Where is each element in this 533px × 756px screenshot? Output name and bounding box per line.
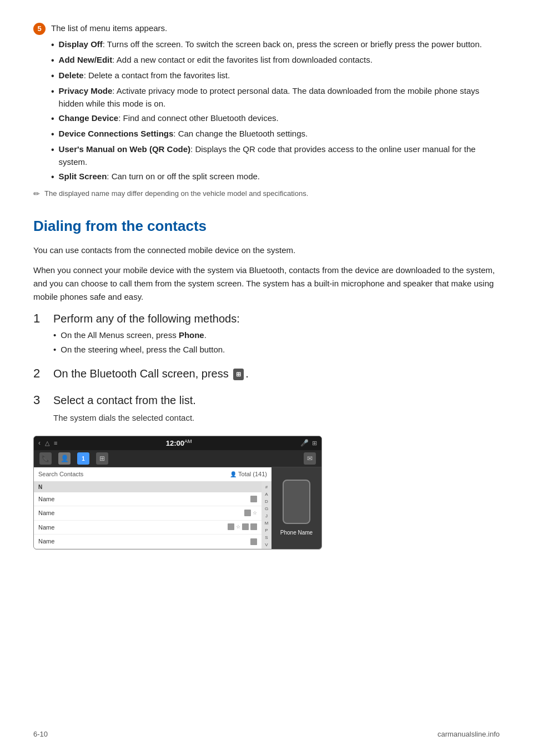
message-icon[interactable]: ✉ [304,452,316,465]
sub-list-item: On the All Menus screen, press Phone. [53,329,500,342]
step-1-sub-list: On the All Menus screen, press Phone. On… [53,329,500,356]
section-letter: N [34,482,262,492]
step-1-content: Perform any of the following methods: On… [53,310,500,357]
item-desc: : Can turn on or off the split screen mo… [107,172,260,181]
step-2-number: 2 [33,365,49,382]
contact-icon-2 [250,523,257,530]
sub-item-text: On the All Menus screen, press Phone. [61,329,207,342]
contact-name: Name [38,508,241,518]
menu-items-list: Display Off: Turns off the screen. To sw… [51,38,500,184]
contact-icons [250,538,257,545]
bluetooth-icon: ⊞ [312,439,317,448]
mic-icon: 🎤 [300,438,309,448]
contact-name: Name [38,523,224,532]
list-item: Privacy Mode: Activate privacy mode to p… [51,85,500,110]
section-title: Dialing from the contacts [33,215,500,237]
step-3-desc: The system dials the selected contact. [53,412,500,425]
step-1-title: Perform any of the following methods: [53,310,500,327]
item-label: Privacy Mode [59,86,113,95]
phone-panel: Phone Name [271,467,321,549]
list-item: User's Manual on Web (QR Code): Displays… [51,143,500,168]
item-desc: : Delete a contact from the favorites li… [84,70,230,80]
back-icon: ‹ [38,438,41,448]
contact-row[interactable]: Name ☆ [34,521,262,535]
website-url: carmanualsline.info [438,729,500,740]
list-item: Change Device: Find and connect other Bl… [51,112,500,125]
item-desc: : Add a new contact or edit the favorite… [112,55,373,64]
list-item: Split Screen: Can turn on or off the spl… [51,170,500,184]
contact-icons: ☆ [244,510,257,517]
item-label: Split Screen [59,172,107,181]
phone-icon[interactable]: 📞 [39,452,52,465]
search-bar[interactable]: Search Contacts 👤 Total (141) [34,467,271,482]
phone-graphic [283,480,310,524]
note-content: The displayed name may differ depending … [44,188,308,199]
page-number: 6-10 [33,729,48,740]
contact-name: Name [38,495,247,504]
step-3: 3 Select a contact from the list. The sy… [33,392,500,425]
status-right: 🎤 ⊞ [300,438,317,448]
screen-toolbar[interactable]: 📞 👤 1 ⊞ ✉ [34,450,321,467]
step-2: 2 On the Bluetooth Call screen, press ⊞. [33,365,500,384]
sub-list-item: On the steering wheel, press the Call bu… [53,344,500,356]
steps-list: 1 Perform any of the following methods: … [33,310,500,425]
item-label: Change Device [59,113,119,123]
star-icon-2: ☆ [236,523,240,531]
step-3-number: 3 [33,392,49,409]
pencil-icon: ✏ [33,188,40,200]
step-2-text-before: On the Bluetooth Call screen, press [53,367,232,380]
item-label: Display Off [59,39,103,49]
total-count: 👤 Total (141) [230,470,267,479]
search-label: Search Contacts [38,470,83,479]
status-left: ‹ △ ≡ [38,438,57,448]
step-text: The list of menu items appears. [51,22,167,35]
intro-paragraph-1: You can use contacts from the connected … [33,244,500,257]
home-icon: △ [45,439,49,448]
step-3-title: Select a contact from the list. [53,392,500,409]
contact-list-wrapper: N Name Name ☆ [34,482,271,549]
step-2-title: On the Bluetooth Call screen, press ⊞. [53,365,500,382]
page-footer: 6-10 carmanualsline.info [33,729,500,740]
item-desc: : Can change the Bluetooth settings. [173,129,308,138]
screen-mockup: ‹ △ ≡ 12:00AM 🎤 ⊞ 📞 👤 1 ⊞ ✉ Search Conta… [33,436,322,550]
screen-body: Search Contacts 👤 Total (141) N Name [34,467,321,549]
contact-icon [250,538,257,545]
share-icon [242,523,249,530]
keypad-icon[interactable]: ⊞ [96,452,108,465]
item-desc: : Activate privacy mode to protect perso… [59,86,480,108]
contact-icon [244,510,251,516]
contact-row[interactable]: Name ☆ [34,506,262,521]
item-desc: : Find and connect other Bluetooth devic… [118,113,279,123]
alpha-index: # A D G J M P S V [262,482,271,549]
contact-row[interactable]: Name [34,535,262,549]
list-item: Delete: Delete a contact from the favori… [51,69,500,83]
list-item: Display Off: Turns off the screen. To sw… [51,38,500,52]
contacts-icon[interactable]: 👤 [58,452,71,465]
step-1: 1 Perform any of the following methods: … [33,310,500,357]
contact-list: N Name Name ☆ [34,482,262,549]
step-number: 5 [33,23,46,35]
status-time: 12:00AM [166,438,192,449]
contact-icon [250,496,257,502]
sub-item-text: On the steering wheel, press the Call bu… [61,344,225,356]
step-2-text-after: . [245,367,249,380]
item-label: Add New/Edit [59,55,113,64]
status-bar: ‹ △ ≡ 12:00AM 🎤 ⊞ [34,436,321,451]
item-label: Device Connections Settings [59,129,174,138]
note-text: ✏ The displayed name may differ dependin… [33,188,500,200]
step-2-content: On the Bluetooth Call screen, press ⊞. [53,365,500,384]
contact-row[interactable]: Name [34,492,262,507]
intro-step: 5 The list of menu items appears. [33,22,500,35]
menu-icon: ≡ [54,439,57,448]
contacts-panel: Search Contacts 👤 Total (141) N Name [34,467,271,549]
item-label: Delete [59,70,84,80]
step-1-number: 1 [33,310,49,327]
list-item: Device Connections Settings: Can change … [51,128,500,141]
active-tab-icon[interactable]: 1 [77,452,89,465]
contact-icons: ☆ [228,523,257,531]
step-3-content: Select a contact from the list. The syst… [53,392,500,425]
contact-name: Name [38,537,247,546]
star-icon: ☆ [253,510,257,517]
list-item: Add New/Edit: Add a new contact or edit … [51,54,500,67]
item-desc: : Turns off the screen. To switch the sc… [103,39,482,49]
